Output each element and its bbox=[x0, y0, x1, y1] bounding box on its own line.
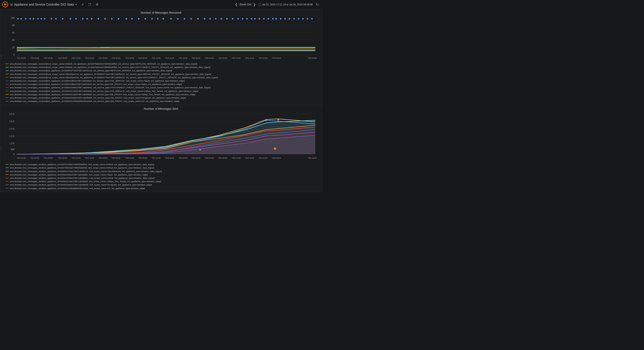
svg-text:7/23 12:00: 7/23 12:00 bbox=[72, 157, 80, 159]
legend-sent: ams.diostats.num_messages_sent{ext_appli… bbox=[0, 162, 322, 192]
legend-text: ams.diostats.num_messages_sent{ext_appli… bbox=[10, 187, 145, 190]
svg-text:7/25 20:00: 7/25 20:00 bbox=[258, 57, 268, 59]
legend-item[interactable]: ams.diostats.num_messages_sent{ext_appli… bbox=[6, 187, 319, 190]
legend-item[interactable]: ams.diostats.num_messages_received{ext_a… bbox=[6, 99, 319, 103]
svg-point-73 bbox=[197, 18, 199, 20]
svg-text:7/25 04:00: 7/25 04:00 bbox=[205, 57, 214, 59]
time-range[interactable]: ◯ Jul 22, 2019 17:11:19 to Jul 26, 2019 … bbox=[258, 3, 313, 6]
panel-drag-handle-sent[interactable] bbox=[0, 105, 2, 192]
legend-text: ams.diostats.num_messages_sent{ext_appli… bbox=[10, 170, 162, 173]
zoom-back-button[interactable]: ❮ bbox=[234, 2, 238, 7]
legend-text: ams.diostats.num_messages_sent{ext_appli… bbox=[10, 166, 154, 169]
drag-dot bbox=[1, 58, 2, 58]
legend-item[interactable]: ams.diostats.num_messages_received{root_… bbox=[6, 65, 319, 69]
legend-item[interactable]: ams.diostats.num_messages_sent{ext_appli… bbox=[6, 166, 319, 169]
legend-item[interactable]: ams.diostats.num_messages_sent{ext_appli… bbox=[6, 176, 319, 180]
legend-item[interactable]: ams.diostats.num_messages_sent{ext_appli… bbox=[6, 180, 319, 183]
legend-received: ams.diostats.num_messages_received{root_… bbox=[0, 61, 322, 105]
legend-color bbox=[6, 91, 9, 91]
refresh-button[interactable]: ↻ bbox=[314, 2, 320, 7]
legend-text: ams.diostats.num_messages_received{root_… bbox=[10, 72, 211, 76]
chart-container-sent: Number of Messages Sent 3.0 K 2.5 K 2.0 … bbox=[0, 105, 322, 162]
legend-item[interactable]: ams.diostats.num_messages_received{root_… bbox=[6, 62, 319, 65]
svg-point-45 bbox=[30, 18, 31, 20]
svg-point-87 bbox=[268, 18, 269, 20]
panel-drag-handle[interactable] bbox=[0, 9, 2, 105]
star-button[interactable]: ❐ bbox=[88, 2, 92, 7]
legend-text: ams.diostats.num_messages_sent{ext_appli… bbox=[10, 173, 148, 176]
svg-text:7/24 08:00: 7/24 08:00 bbox=[138, 157, 147, 159]
legend-item[interactable]: ams.diostats.num_messages_sent{ext_appli… bbox=[6, 183, 319, 186]
svg-point-90 bbox=[280, 18, 282, 20]
legend-item[interactable]: ams.diostats.num_messages_received{root_… bbox=[6, 76, 319, 79]
svg-text:100: 100 bbox=[11, 17, 14, 19]
svg-point-63 bbox=[131, 18, 133, 20]
svg-point-55 bbox=[82, 18, 84, 20]
svg-text:7/25 16:00: 7/25 16:00 bbox=[245, 157, 254, 159]
legend-item[interactable]: ams.diostats.num_messages_received{ext_a… bbox=[6, 93, 319, 96]
legend-text: ams.diostats.num_messages_received{root_… bbox=[10, 62, 197, 65]
legend-item[interactable]: ams.diostats.num_messages_received{ext_a… bbox=[6, 79, 319, 82]
svg-point-92 bbox=[289, 18, 290, 20]
topbar-right: ❮ Zoom Out ❯ ◯ Jul 22, 2019 17:11:19 to … bbox=[234, 2, 320, 7]
svg-point-47 bbox=[37, 18, 39, 20]
legend-color bbox=[6, 168, 9, 168]
legend-item[interactable]: ams.diostats.num_messages_received{ext_a… bbox=[6, 82, 319, 86]
svg-text:3.0 K: 3.0 K bbox=[10, 113, 15, 115]
svg-rect-4 bbox=[5, 6, 5, 7]
legend-item[interactable]: ams.diostats.num_messages_received{ext_a… bbox=[6, 96, 319, 99]
svg-text:0: 0 bbox=[13, 153, 14, 156]
svg-point-58 bbox=[98, 18, 99, 20]
legend-item[interactable]: ams.diostats.num_messages_received{ext_a… bbox=[6, 86, 319, 89]
svg-point-67 bbox=[157, 18, 158, 20]
legend-item[interactable]: ams.diostats.num_messages_received{ext_a… bbox=[6, 69, 319, 72]
dashboard-icon: ⊞ bbox=[10, 3, 13, 6]
legend-color bbox=[6, 67, 9, 67]
legend-text: ams.diostats.num_messages_received{root_… bbox=[10, 76, 218, 79]
svg-point-52 bbox=[62, 18, 64, 20]
svg-text:7/24 20:00: 7/24 20:00 bbox=[178, 157, 188, 159]
svg-point-83 bbox=[251, 18, 252, 20]
legend-color bbox=[6, 101, 9, 101]
svg-text:7/23 20:00: 7/23 20:00 bbox=[98, 57, 107, 59]
svg-point-81 bbox=[242, 18, 244, 20]
legend-text: ams.diostats.num_messages_sent{ext_appli… bbox=[10, 163, 154, 166]
svg-point-46 bbox=[33, 18, 34, 20]
legend-text: ams.diostats.num_messages_received{ext_a… bbox=[10, 82, 182, 86]
svg-point-85 bbox=[259, 18, 260, 20]
legend-color bbox=[6, 70, 9, 71]
legend-color bbox=[6, 94, 9, 94]
zoom-out-label[interactable]: Zoom Out bbox=[240, 3, 251, 6]
svg-text:60: 60 bbox=[12, 31, 15, 34]
legend-item[interactable]: ams.diostats.num_messages_received{ext_a… bbox=[6, 89, 319, 93]
chart-title-received: Number of Messages Received bbox=[3, 11, 319, 14]
svg-point-56 bbox=[86, 18, 88, 20]
svg-point-93 bbox=[294, 18, 295, 20]
chart-area-received: 100 80 60 40 20 0 7/22 20:00 7/23 00:00 … bbox=[3, 16, 319, 60]
svg-text:7/23 04:00: 7/23 04:00 bbox=[44, 157, 52, 159]
share-button[interactable]: ↗ bbox=[80, 2, 85, 7]
svg-point-44 bbox=[25, 18, 26, 20]
drag-dot bbox=[1, 150, 2, 150]
grafana-logo[interactable] bbox=[2, 1, 8, 8]
svg-text:7/23 08:00: 7/23 08:00 bbox=[58, 157, 67, 159]
legend-color bbox=[6, 81, 9, 81]
legend-text: ams.diostats.num_messages_received{ext_a… bbox=[10, 99, 179, 103]
svg-rect-3 bbox=[5, 1, 5, 2]
time-range-text: Jul 22, 2019 17:11:19 to Jul 26, 2019 04… bbox=[262, 3, 313, 6]
svg-text:7/23 16:00: 7/23 16:00 bbox=[85, 157, 94, 159]
legend-item[interactable]: ams.diostats.num_messages_sent{ext_appli… bbox=[6, 163, 319, 166]
legend-item[interactable]: ams.diostats.num_messages_received{root_… bbox=[6, 72, 319, 76]
settings-button[interactable]: ⚙ bbox=[95, 2, 100, 7]
svg-point-53 bbox=[70, 18, 71, 20]
svg-point-95 bbox=[302, 18, 304, 20]
svg-point-54 bbox=[75, 18, 77, 20]
svg-text:7/24 00:00: 7/24 00:00 bbox=[111, 157, 120, 159]
legend-item[interactable]: ams.diostats.num_messages_sent{ext_appli… bbox=[6, 170, 319, 173]
title-chevron[interactable]: ▾ bbox=[75, 3, 77, 6]
legend-item[interactable]: ams.diostats.num_messages_sent{ext_appli… bbox=[6, 173, 319, 176]
zoom-forward-button[interactable]: ❯ bbox=[252, 2, 257, 7]
legend-color bbox=[6, 97, 9, 98]
legend-text: ams.diostats.num_messages_sent{ext_appli… bbox=[10, 176, 154, 180]
legend-color bbox=[6, 84, 9, 84]
